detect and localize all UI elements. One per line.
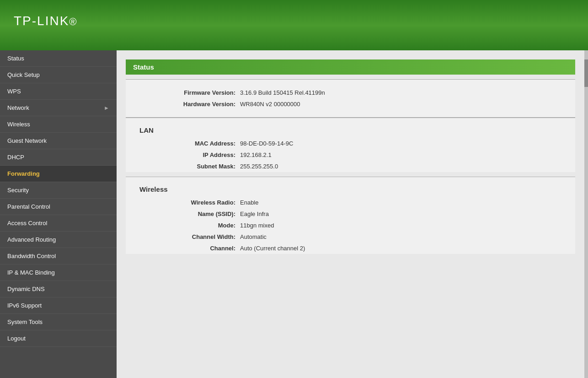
sidebar-item-dhcp[interactable]: DHCP: [0, 149, 117, 166]
hardware-row: Hardware Version: WR840N v2 00000000: [126, 98, 575, 110]
header: TP-LINK®: [0, 0, 588, 50]
mode-value: 11bgn mixed: [240, 222, 274, 229]
sidebar-item-status[interactable]: Status: [0, 50, 117, 67]
sidebar-item-access-control[interactable]: Access Control: [0, 215, 117, 232]
scrollbar[interactable]: [584, 50, 588, 378]
wireless-section: Wireless Wireless Radio: Enable Name (SS…: [126, 177, 575, 254]
ssid-label: Name (SSID):: [144, 211, 235, 217]
ip-value: 192.168.2.1: [240, 151, 272, 158]
main-content: Status Firmware Version: 3.16.9 Build 15…: [117, 50, 584, 378]
sidebar: Status Quick Setup WPS Network ► Wireles…: [0, 50, 117, 378]
scrollbar-thumb[interactable]: [584, 59, 588, 87]
mac-row: MAC Address: 98-DE-D0-59-14-9C: [126, 138, 575, 149]
ip-label: IP Address:: [144, 151, 235, 158]
subnet-label: Subnet Mask:: [144, 163, 235, 170]
sidebar-item-ip-mac-binding[interactable]: IP & MAC Binding: [0, 265, 117, 281]
channel-width-label: Channel Width:: [144, 233, 235, 240]
sidebar-item-ipv6-support[interactable]: IPv6 Support: [0, 297, 117, 314]
sidebar-item-wps[interactable]: WPS: [0, 83, 117, 100]
firmware-value: 3.16.9 Build 150415 Rel.41199n: [240, 89, 325, 96]
lan-section: LAN MAC Address: 98-DE-D0-59-14-9C IP Ad…: [126, 118, 575, 172]
sidebar-item-guest-network[interactable]: Guest Network: [0, 133, 117, 149]
mac-label: MAC Address:: [144, 140, 235, 147]
sidebar-item-quick-setup[interactable]: Quick Setup: [0, 67, 117, 83]
hardware-value: WR840N v2 00000000: [240, 101, 300, 108]
sidebar-item-forwarding[interactable]: Forwarding: [0, 166, 117, 182]
hardware-label: Hardware Version:: [144, 101, 235, 108]
ssid-value: Eagle Infra: [240, 211, 269, 217]
ssid-row: Name (SSID): Eagle Infra: [126, 208, 575, 220]
wireless-title: Wireless: [126, 182, 575, 197]
channel-value: Auto (Current channel 2): [240, 245, 305, 252]
sidebar-item-dynamic-dns[interactable]: Dynamic DNS: [0, 281, 117, 297]
firmware-section: Firmware Version: 3.16.9 Build 150415 Re…: [126, 79, 575, 118]
sidebar-item-security[interactable]: Security: [0, 182, 117, 199]
logo: TP-LINK®: [14, 14, 78, 37]
subnet-value: 255.255.255.0: [240, 163, 278, 170]
firmware-label: Firmware Version:: [144, 89, 235, 96]
status-section-header: Status: [126, 59, 575, 75]
channel-row: Channel: Auto (Current channel 2): [126, 243, 575, 254]
body-area: Status Quick Setup WPS Network ► Wireles…: [0, 50, 588, 378]
channel-width-value: Automatic: [240, 233, 267, 240]
wireless-radio-value: Enable: [240, 199, 258, 206]
mac-value: 98-DE-D0-59-14-9C: [240, 140, 293, 147]
sidebar-item-advanced-routing[interactable]: Advanced Routing: [0, 232, 117, 248]
ip-row: IP Address: 192.168.2.1: [126, 149, 575, 161]
channel-label: Channel:: [144, 245, 235, 252]
sidebar-item-system-tools[interactable]: System Tools: [0, 314, 117, 330]
sidebar-item-wireless[interactable]: Wireless: [0, 116, 117, 133]
mode-row: Mode: 11bgn mixed: [126, 220, 575, 231]
sidebar-item-parental-control[interactable]: Parental Control: [0, 199, 117, 215]
wireless-radio-label: Wireless Radio:: [144, 199, 235, 206]
channel-width-row: Channel Width: Automatic: [126, 231, 575, 243]
sidebar-item-bandwidth-control[interactable]: Bandwidth Control: [0, 248, 117, 265]
subnet-row: Subnet Mask: 255.255.255.0: [126, 161, 575, 172]
chevron-right-icon: ►: [104, 105, 109, 111]
mode-label: Mode:: [144, 222, 235, 229]
lan-title: LAN: [126, 123, 575, 138]
firmware-row: Firmware Version: 3.16.9 Build 150415 Re…: [126, 87, 575, 98]
sidebar-item-logout[interactable]: Logout: [0, 330, 117, 347]
sidebar-item-network[interactable]: Network ►: [0, 100, 117, 116]
wireless-radio-row: Wireless Radio: Enable: [126, 197, 575, 208]
